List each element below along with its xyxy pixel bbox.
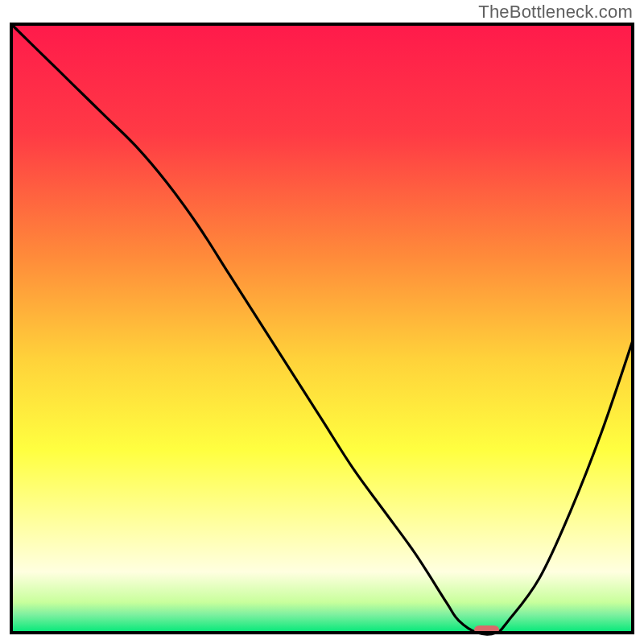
watermark-label: TheBottleneck.com — [478, 2, 633, 23]
bottleneck-chart — [0, 0, 644, 644]
chart-container: TheBottleneck.com — [0, 0, 644, 644]
